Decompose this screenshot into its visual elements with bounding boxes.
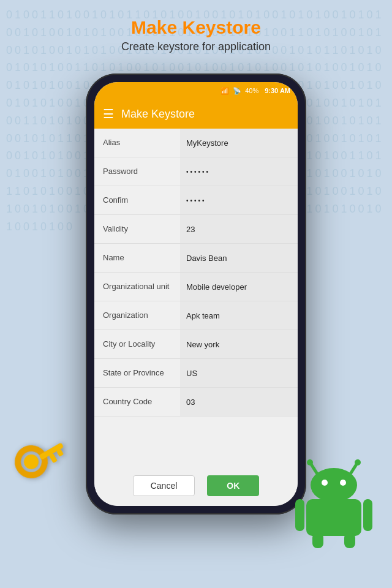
- field-name: Name Davis Bean: [94, 244, 298, 273]
- value-alias[interactable]: MyKeystore: [180, 129, 298, 157]
- value-confirm[interactable]: •••••: [180, 186, 298, 214]
- label-org-unit: Organizational unit: [94, 276, 180, 298]
- label-org: Organization: [94, 304, 180, 327]
- field-password: Password ••••••: [94, 157, 298, 186]
- value-org-unit[interactable]: Mobile developer: [180, 273, 298, 301]
- wifi-icon: 📶: [221, 87, 229, 95]
- value-validity[interactable]: 23: [180, 215, 298, 243]
- value-city[interactable]: New york: [180, 330, 298, 358]
- field-alias: Alias MyKeystore: [94, 129, 298, 157]
- signal-icon: 📡: [233, 87, 241, 95]
- label-password: Password: [94, 160, 180, 183]
- value-password[interactable]: ••••••: [180, 157, 298, 186]
- label-country: Country Code: [94, 391, 180, 413]
- value-name[interactable]: Davis Bean: [180, 244, 298, 272]
- phone-mockup: 📶 📡 40% 9:30 AM ☰ Make Keystore Alias My…: [86, 74, 306, 514]
- field-org: Organization Apk team: [94, 301, 298, 330]
- label-confirm: Confim: [94, 189, 180, 212]
- cancel-button[interactable]: Cancel: [133, 475, 195, 496]
- svg-point-11: [340, 480, 346, 486]
- android-decoration: [288, 453, 380, 551]
- app-bar-title: Make Keystore: [121, 108, 195, 121]
- label-state: State or Province: [94, 362, 180, 385]
- menu-icon[interactable]: ☰: [103, 108, 114, 120]
- svg-rect-14: [363, 499, 372, 531]
- label-validity: Validity: [94, 218, 180, 241]
- svg-point-9: [311, 468, 357, 502]
- field-city: City or Locality New york: [94, 330, 298, 359]
- svg-point-6: [307, 459, 313, 466]
- svg-rect-13: [295, 499, 304, 531]
- field-confirm: Confim •••••: [94, 186, 298, 215]
- status-time: 9:30 AM: [265, 87, 290, 94]
- battery-text: 40%: [245, 87, 258, 94]
- page-subtitle: Create keystore for application: [0, 40, 392, 53]
- label-name: Name: [94, 247, 180, 270]
- status-bar: 📶 📡 40% 9:30 AM: [94, 82, 298, 99]
- svg-point-10: [322, 480, 328, 486]
- field-org-unit: Organizational unit Mobile developer: [94, 273, 298, 301]
- field-state: State or Province US: [94, 359, 298, 388]
- phone-screen: 📶 📡 40% 9:30 AM ☰ Make Keystore Alias My…: [94, 82, 298, 506]
- svg-rect-12: [306, 499, 361, 536]
- field-validity: Validity 23: [94, 215, 298, 244]
- form-content: Alias MyKeystore Password •••••• Confim …: [94, 129, 298, 466]
- label-alias: Alias: [94, 132, 180, 154]
- ok-button[interactable]: OK: [207, 475, 259, 496]
- buttons-row: Cancel OK: [94, 466, 298, 506]
- page-title: Make Keystore: [0, 17, 392, 38]
- field-country: Country Code 03: [94, 388, 298, 417]
- svg-rect-16: [344, 533, 355, 548]
- value-state[interactable]: US: [180, 359, 298, 387]
- value-org[interactable]: Apk team: [180, 301, 298, 330]
- svg-point-8: [355, 459, 361, 466]
- value-country[interactable]: 03: [180, 388, 298, 416]
- page-header: Make Keystore Create keystore for applic…: [0, 0, 392, 53]
- app-bar: ☰ Make Keystore: [94, 99, 298, 129]
- svg-point-1: [21, 452, 42, 472]
- label-city: City or Locality: [94, 333, 180, 356]
- svg-rect-15: [312, 533, 323, 548]
